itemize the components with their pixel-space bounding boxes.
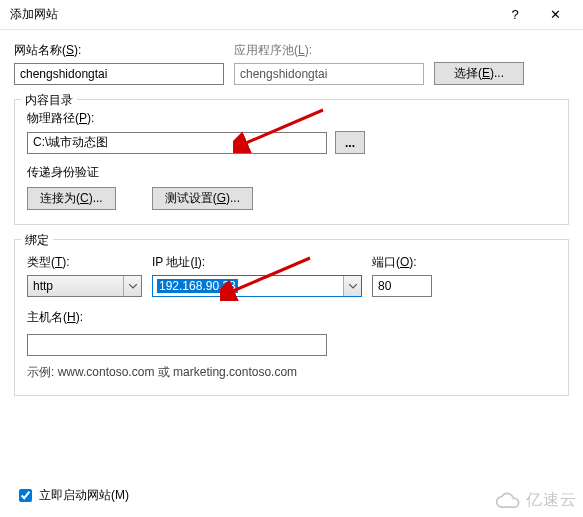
watermark: 亿速云 — [494, 490, 577, 511]
physical-path-input[interactable] — [27, 132, 327, 154]
site-name-label: 网站名称(S): — [14, 42, 224, 59]
type-select[interactable]: http — [27, 275, 142, 297]
dialog-content: 网站名称(S): 应用程序池(L): chengshidongtai 选择(E)… — [0, 30, 583, 406]
title-bar: 添加网站 ? ✕ — [0, 0, 583, 30]
start-now-checkbox[interactable] — [19, 489, 32, 502]
type-label: 类型(T): — [27, 254, 142, 271]
cloud-icon — [494, 492, 522, 510]
select-pool-button[interactable]: 选择(E)... — [434, 62, 524, 85]
app-pool-display: chengshidongtai — [234, 63, 424, 85]
window-title: 添加网站 — [10, 6, 495, 23]
auth-legend: 传递身份验证 — [27, 164, 556, 181]
binding-group: 绑定 类型(T): http IP 地址(I): — [14, 239, 569, 396]
content-directory-legend: 内容目录 — [21, 92, 77, 109]
browse-button[interactable]: ... — [335, 131, 365, 154]
select-pool-col: 选择(E)... — [434, 62, 524, 85]
app-pool-field: 应用程序池(L): chengshidongtai — [234, 42, 424, 85]
top-row: 网站名称(S): 应用程序池(L): chengshidongtai 选择(E)… — [14, 42, 569, 85]
host-example-text: 示例: www.contoso.com 或 marketing.contoso.… — [27, 364, 556, 381]
host-label: 主机名(H): — [27, 309, 556, 326]
app-pool-label: 应用程序池(L): — [234, 42, 424, 59]
connect-as-button[interactable]: 连接为(C)... — [27, 187, 116, 210]
host-input[interactable] — [27, 334, 327, 356]
port-label: 端口(O): — [372, 254, 432, 271]
start-now-row: 立即启动网站(M) — [15, 486, 129, 505]
test-settings-button[interactable]: 测试设置(G)... — [152, 187, 253, 210]
site-name-field: 网站名称(S): — [14, 42, 224, 85]
port-input[interactable] — [372, 275, 432, 297]
ip-address-select[interactable]: 192.168.90.33 — [152, 275, 362, 297]
close-button[interactable]: ✕ — [535, 1, 575, 29]
start-now-label: 立即启动网站(M) — [39, 487, 129, 504]
physical-path-label: 物理路径(P): — [27, 110, 556, 127]
help-button[interactable]: ? — [495, 1, 535, 29]
binding-legend: 绑定 — [21, 232, 53, 249]
ip-label: IP 地址(I): — [152, 254, 362, 271]
content-directory-group: 内容目录 物理路径(P): ... 传递身份验证 连接为(C)... 测试设置(… — [14, 99, 569, 225]
site-name-input[interactable] — [14, 63, 224, 85]
